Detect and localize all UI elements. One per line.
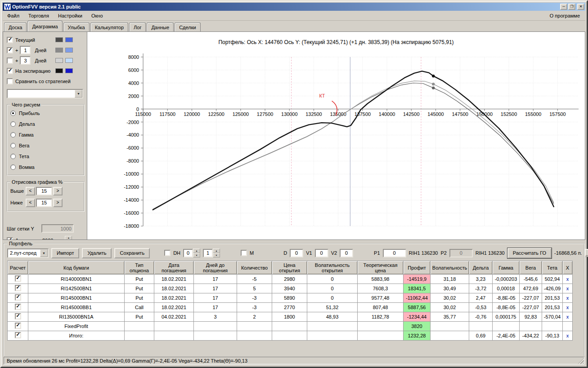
radio-icon[interactable] xyxy=(10,111,16,116)
tab-data[interactable]: Данные xyxy=(147,22,174,31)
menu-window[interactable]: Окно xyxy=(87,11,108,20)
col-header-delta[interactable]: Дельта xyxy=(469,261,493,275)
days-input-2[interactable] xyxy=(20,56,31,65)
row-calc-checkbox[interactable] xyxy=(15,285,21,291)
spin-up-icon[interactable]: ▲ xyxy=(213,248,220,253)
col-header-check[interactable]: Расчет xyxy=(8,261,28,275)
strategy-compare-select[interactable]: ▼ xyxy=(7,89,83,98)
below-percent-input[interactable] xyxy=(36,199,52,207)
row-calc-checkbox[interactable] xyxy=(15,323,21,329)
p2-input[interactable] xyxy=(449,249,473,257)
payoff-chart[interactable]: 80006000400020000-2000-4000-6000-8000-10… xyxy=(87,32,585,239)
series-checkbox-3[interactable] xyxy=(7,68,13,74)
row-calc-checkbox[interactable] xyxy=(15,332,21,338)
col-header-theo_price[interactable]: Теоретическая цена xyxy=(358,261,404,275)
col-header-vol[interactable]: Волатильность xyxy=(431,261,469,275)
tab-smile[interactable]: Улыбка xyxy=(63,22,90,31)
row-calc-checkbox[interactable] xyxy=(15,275,21,282)
d-input[interactable] xyxy=(290,249,303,257)
tab-trades[interactable]: Сделки xyxy=(175,22,201,31)
v2-input[interactable] xyxy=(340,249,353,257)
chevron-down-icon[interactable]: ▼ xyxy=(75,90,82,98)
delete-row-button[interactable]: х xyxy=(563,322,573,331)
days-input-1[interactable] xyxy=(20,46,31,54)
radio-icon[interactable] xyxy=(10,154,16,159)
close-button[interactable]: ✕ xyxy=(577,4,584,10)
increase-above-button[interactable]: > xyxy=(53,187,63,195)
col-header-date[interactable]: Дата погашения xyxy=(154,261,194,275)
above-percent-input[interactable] xyxy=(36,187,52,195)
spin-down-icon[interactable]: ▼ xyxy=(213,253,220,257)
series-checkbox-2[interactable] xyxy=(7,58,13,64)
menu-about[interactable]: О программе xyxy=(544,11,585,20)
spin-up-icon[interactable]: ▲ xyxy=(65,236,72,240)
tab-log[interactable]: Лог xyxy=(129,22,146,31)
dh-spin2-input[interactable] xyxy=(203,249,213,257)
series-checkbox-1[interactable] xyxy=(7,47,13,53)
chevron-down-icon[interactable]: ▼ xyxy=(40,249,48,257)
radio-icon[interactable] xyxy=(10,164,16,170)
title-bar[interactable]: OptionFVV версия 2.1 public ─ ❐ ✕ xyxy=(3,3,585,11)
draw-option-3[interactable]: Вега xyxy=(10,140,81,151)
increase-below-button[interactable]: > xyxy=(53,199,63,207)
row-calc-checkbox[interactable] xyxy=(15,304,21,310)
series-checkbox-0[interactable] xyxy=(7,37,13,43)
radio-icon[interactable] xyxy=(10,143,16,148)
minimize-button[interactable]: ─ xyxy=(560,4,567,10)
col-header-x[interactable]: X xyxy=(563,261,573,275)
menu-file[interactable]: Файл xyxy=(3,11,24,20)
decrease-below-button[interactable]: < xyxy=(26,199,35,207)
tab-calculator[interactable]: Калькулятор xyxy=(90,22,128,31)
maximize-button[interactable]: ❐ xyxy=(568,4,575,10)
p1-input[interactable] xyxy=(383,249,406,257)
dh-checkbox[interactable] xyxy=(164,250,171,256)
col-header-open_price[interactable]: Цена открытия xyxy=(272,261,307,275)
col-header-theta[interactable]: Тета xyxy=(542,261,563,275)
delete-row-button[interactable]: х xyxy=(563,275,573,284)
col-header-gamma[interactable]: Гамма xyxy=(493,261,520,275)
draw-option-1[interactable]: Дельта xyxy=(10,119,81,129)
col-header-open_vol[interactable]: Волатильность открытия xyxy=(307,261,358,275)
x-tick-label: 117500 xyxy=(159,111,175,117)
spin-up-icon[interactable]: ▲ xyxy=(193,248,200,253)
col-header-type[interactable]: Тип опциона xyxy=(125,261,154,275)
draw-option-4[interactable]: Тета xyxy=(10,151,81,162)
col-header-code[interactable]: Код бумаги xyxy=(28,261,125,275)
draw-option-5[interactable]: Вомма xyxy=(10,162,81,173)
row-calc-checkbox[interactable] xyxy=(15,313,21,319)
delete-row-button[interactable]: х xyxy=(563,331,573,341)
compare-strategy-checkbox[interactable] xyxy=(7,78,13,84)
cell-code: RI145000BB1 xyxy=(28,303,125,312)
radio-icon[interactable] xyxy=(10,132,16,137)
tab-board[interactable]: Доска xyxy=(4,22,27,31)
col-header-profit[interactable]: Профит xyxy=(404,261,431,275)
menu-trade[interactable]: Торговля xyxy=(24,11,54,20)
delete-row-button[interactable]: х xyxy=(563,312,573,322)
delete-row-button[interactable]: х xyxy=(563,303,573,312)
delete-button[interactable]: Удалить xyxy=(82,248,112,258)
draw-option-2[interactable]: Гамма xyxy=(10,129,81,140)
import-button[interactable]: Импорт xyxy=(51,248,79,258)
spin-down-icon[interactable]: ▼ xyxy=(193,253,200,257)
collapse-button[interactable]: _ xyxy=(585,249,588,257)
portfolio-select[interactable]: 2.пут-спред ▼ xyxy=(7,248,49,258)
delete-row-button[interactable]: х xyxy=(563,293,573,303)
dh-spin1-input[interactable] xyxy=(183,249,193,257)
v1-input[interactable] xyxy=(315,249,328,257)
grid-step-input[interactable] xyxy=(41,224,74,233)
row-calc-checkbox[interactable] xyxy=(15,294,21,301)
save-button[interactable]: Сохранить xyxy=(114,248,150,258)
tab-diagram[interactable]: Диаграмма xyxy=(27,21,62,31)
auto-grid-checkbox[interactable] xyxy=(7,237,13,240)
calc-go-button[interactable]: Рассчитать ГО xyxy=(507,248,552,258)
radio-icon[interactable] xyxy=(10,121,16,127)
menu-settings[interactable]: Настройки xyxy=(54,11,87,20)
decrease-above-button[interactable]: < xyxy=(26,187,35,195)
delete-row-button[interactable]: х xyxy=(563,284,573,293)
col-header-days[interactable]: Дней до погашения xyxy=(194,261,237,275)
col-header-vega[interactable]: Вега xyxy=(520,261,542,275)
m-checkbox[interactable] xyxy=(241,250,247,256)
y-tick-label: -18000 xyxy=(124,223,139,229)
draw-option-0[interactable]: Прибыль xyxy=(10,108,81,119)
col-header-qty[interactable]: Количество xyxy=(237,261,272,275)
